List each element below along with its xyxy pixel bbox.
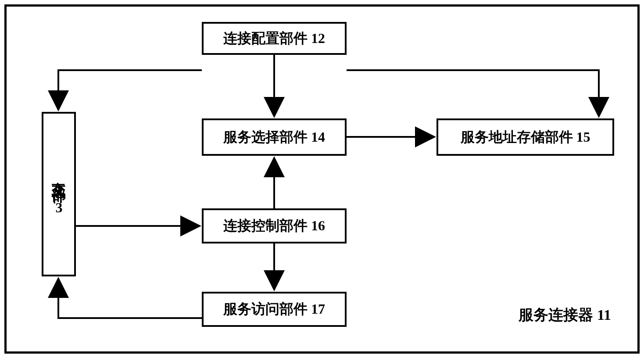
node-interaction-label: 交互部件13 <box>51 171 66 218</box>
node-service-select: 服务选择部件 14 <box>202 118 347 156</box>
node-interaction: 交互部件13 <box>42 112 76 276</box>
service-connector-frame: 连接配置部件 12 交互部件13 服务选择部件 14 服务地址存储部件 15 连… <box>4 4 640 354</box>
node-service-access: 服务访问部件 17 <box>202 292 347 327</box>
node-connection-control: 连接控制部件 16 <box>202 208 347 243</box>
node-service-address-store: 服务地址存储部件 15 <box>436 118 614 156</box>
node-connection-config: 连接配置部件 12 <box>202 22 347 55</box>
diagram-title: 服务连接器 11 <box>519 305 611 325</box>
